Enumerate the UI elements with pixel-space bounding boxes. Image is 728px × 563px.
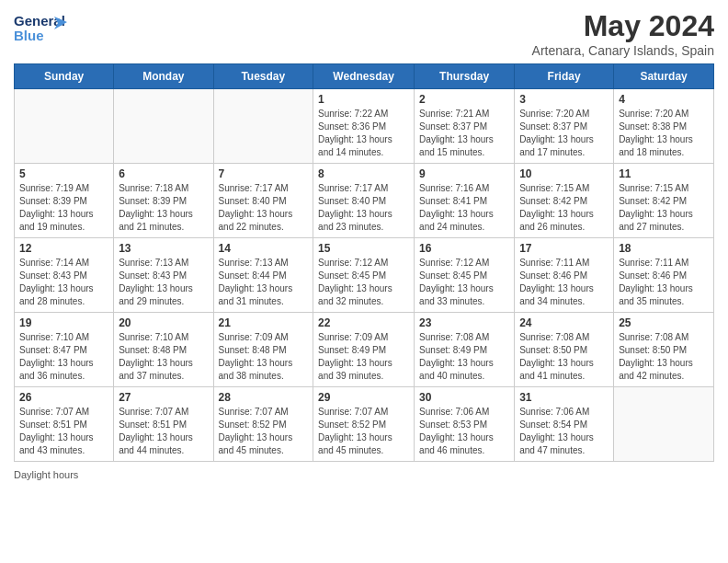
calendar-cell: 5Sunrise: 7:19 AM Sunset: 8:39 PM Daylig… [15, 164, 114, 238]
calendar-header-row: SundayMondayTuesdayWednesdayThursdayFrid… [15, 64, 714, 89]
calendar-day-header: Friday [515, 64, 614, 89]
day-info: Sunrise: 7:21 AM Sunset: 8:37 PM Dayligh… [419, 108, 509, 159]
day-info: Sunrise: 7:20 AM Sunset: 8:38 PM Dayligh… [619, 108, 709, 159]
day-number: 27 [119, 391, 208, 404]
day-number: 19 [19, 316, 108, 329]
day-info: Sunrise: 7:07 AM Sunset: 8:51 PM Dayligh… [119, 406, 208, 457]
day-number: 20 [119, 316, 208, 329]
calendar-table: SundayMondayTuesdayWednesdayThursdayFrid… [14, 63, 714, 462]
calendar-cell [114, 89, 213, 164]
day-number: 9 [419, 167, 509, 180]
day-number: 22 [318, 316, 409, 329]
month-year: May 2024 [532, 9, 714, 43]
calendar-cell: 9Sunrise: 7:16 AM Sunset: 8:41 PM Daylig… [415, 164, 515, 238]
day-number: 26 [19, 391, 108, 404]
day-info: Sunrise: 7:08 AM Sunset: 8:50 PM Dayligh… [619, 331, 709, 383]
day-info: Sunrise: 7:06 AM Sunset: 8:53 PM Dayligh… [419, 406, 509, 457]
calendar-cell [15, 89, 114, 164]
day-info: Sunrise: 7:20 AM Sunset: 8:37 PM Dayligh… [519, 108, 609, 159]
calendar-day-header: Sunday [15, 64, 114, 89]
calendar-cell [213, 89, 313, 164]
calendar-cell: 29Sunrise: 7:07 AM Sunset: 8:52 PM Dayli… [313, 387, 415, 462]
calendar-cell: 3Sunrise: 7:20 AM Sunset: 8:37 PM Daylig… [515, 89, 614, 164]
calendar-cell: 28Sunrise: 7:07 AM Sunset: 8:52 PM Dayli… [213, 387, 313, 462]
day-number: 23 [419, 316, 509, 329]
day-info: Sunrise: 7:14 AM Sunset: 8:43 PM Dayligh… [19, 257, 108, 308]
day-number: 16 [419, 242, 509, 255]
day-number: 1 [318, 93, 409, 106]
day-number: 10 [519, 167, 609, 180]
calendar-cell: 19Sunrise: 7:10 AM Sunset: 8:47 PM Dayli… [15, 313, 114, 387]
calendar-cell: 27Sunrise: 7:07 AM Sunset: 8:51 PM Dayli… [114, 387, 213, 462]
calendar-cell: 22Sunrise: 7:09 AM Sunset: 8:49 PM Dayli… [313, 313, 415, 387]
day-number: 30 [419, 391, 509, 404]
day-number: 29 [318, 391, 409, 404]
day-info: Sunrise: 7:06 AM Sunset: 8:54 PM Dayligh… [519, 406, 609, 457]
calendar-week-row: 5Sunrise: 7:19 AM Sunset: 8:39 PM Daylig… [15, 164, 714, 238]
day-info: Sunrise: 7:10 AM Sunset: 8:47 PM Dayligh… [19, 331, 108, 383]
calendar-cell: 24Sunrise: 7:08 AM Sunset: 8:50 PM Dayli… [515, 313, 614, 387]
calendar-cell: 16Sunrise: 7:12 AM Sunset: 8:45 PM Dayli… [415, 238, 515, 313]
calendar-cell: 30Sunrise: 7:06 AM Sunset: 8:53 PM Dayli… [415, 387, 515, 462]
calendar-cell: 11Sunrise: 7:15 AM Sunset: 8:42 PM Dayli… [614, 164, 714, 238]
day-number: 6 [119, 167, 208, 180]
day-info: Sunrise: 7:07 AM Sunset: 8:51 PM Dayligh… [19, 406, 108, 457]
day-info: Sunrise: 7:12 AM Sunset: 8:45 PM Dayligh… [419, 257, 509, 308]
calendar-cell: 23Sunrise: 7:08 AM Sunset: 8:49 PM Dayli… [415, 313, 515, 387]
day-number: 24 [519, 316, 609, 329]
day-number: 13 [119, 242, 208, 255]
day-number: 7 [219, 167, 309, 180]
title-block: May 2024 Artenara, Canary Islands, Spain [532, 9, 714, 58]
calendar-cell: 21Sunrise: 7:09 AM Sunset: 8:48 PM Dayli… [213, 313, 313, 387]
day-number: 5 [19, 167, 108, 180]
calendar-cell: 13Sunrise: 7:13 AM Sunset: 8:43 PM Dayli… [114, 238, 213, 313]
calendar-cell: 31Sunrise: 7:06 AM Sunset: 8:54 PM Dayli… [515, 387, 614, 462]
svg-text:Blue: Blue [14, 28, 44, 43]
daylight-label: Daylight hours [14, 469, 78, 480]
logo-svg: GeneralBlue [14, 9, 69, 46]
calendar-week-row: 1Sunrise: 7:22 AM Sunset: 8:36 PM Daylig… [15, 89, 714, 164]
calendar-cell: 10Sunrise: 7:15 AM Sunset: 8:42 PM Dayli… [515, 164, 614, 238]
day-info: Sunrise: 7:10 AM Sunset: 8:48 PM Dayligh… [119, 331, 208, 383]
calendar-cell: 17Sunrise: 7:11 AM Sunset: 8:46 PM Dayli… [515, 238, 614, 313]
day-info: Sunrise: 7:15 AM Sunset: 8:42 PM Dayligh… [619, 182, 709, 234]
day-info: Sunrise: 7:08 AM Sunset: 8:49 PM Dayligh… [419, 331, 509, 383]
day-info: Sunrise: 7:13 AM Sunset: 8:44 PM Dayligh… [219, 257, 309, 308]
calendar-cell: 18Sunrise: 7:11 AM Sunset: 8:46 PM Dayli… [614, 238, 714, 313]
calendar-cell: 7Sunrise: 7:17 AM Sunset: 8:40 PM Daylig… [213, 164, 313, 238]
day-info: Sunrise: 7:17 AM Sunset: 8:40 PM Dayligh… [219, 182, 309, 234]
calendar-day-header: Tuesday [213, 64, 313, 89]
calendar-day-header: Saturday [614, 64, 714, 89]
day-info: Sunrise: 7:16 AM Sunset: 8:41 PM Dayligh… [419, 182, 509, 234]
day-number: 21 [219, 316, 309, 329]
calendar-week-row: 19Sunrise: 7:10 AM Sunset: 8:47 PM Dayli… [15, 313, 714, 387]
day-number: 11 [619, 167, 709, 180]
day-info: Sunrise: 7:22 AM Sunset: 8:36 PM Dayligh… [318, 108, 409, 159]
day-info: Sunrise: 7:07 AM Sunset: 8:52 PM Dayligh… [318, 406, 409, 457]
day-number: 3 [519, 93, 609, 106]
day-number: 14 [219, 242, 309, 255]
day-info: Sunrise: 7:18 AM Sunset: 8:39 PM Dayligh… [119, 182, 208, 234]
logo: GeneralBlue [14, 9, 69, 46]
calendar-cell: 14Sunrise: 7:13 AM Sunset: 8:44 PM Dayli… [213, 238, 313, 313]
day-info: Sunrise: 7:15 AM Sunset: 8:42 PM Dayligh… [519, 182, 609, 234]
calendar-cell: 15Sunrise: 7:12 AM Sunset: 8:45 PM Dayli… [313, 238, 415, 313]
calendar-day-header: Thursday [415, 64, 515, 89]
location: Artenara, Canary Islands, Spain [532, 43, 714, 58]
day-info: Sunrise: 7:13 AM Sunset: 8:43 PM Dayligh… [119, 257, 208, 308]
day-info: Sunrise: 7:09 AM Sunset: 8:49 PM Dayligh… [318, 331, 409, 383]
calendar-week-row: 12Sunrise: 7:14 AM Sunset: 8:43 PM Dayli… [15, 238, 714, 313]
calendar-cell: 25Sunrise: 7:08 AM Sunset: 8:50 PM Dayli… [614, 313, 714, 387]
calendar-cell: 6Sunrise: 7:18 AM Sunset: 8:39 PM Daylig… [114, 164, 213, 238]
day-number: 8 [318, 167, 409, 180]
day-info: Sunrise: 7:17 AM Sunset: 8:40 PM Dayligh… [318, 182, 409, 234]
day-info: Sunrise: 7:12 AM Sunset: 8:45 PM Dayligh… [318, 257, 409, 308]
footer: Daylight hours [14, 469, 714, 480]
calendar-week-row: 26Sunrise: 7:07 AM Sunset: 8:51 PM Dayli… [15, 387, 714, 462]
day-number: 4 [619, 93, 709, 106]
calendar-cell: 26Sunrise: 7:07 AM Sunset: 8:51 PM Dayli… [15, 387, 114, 462]
day-info: Sunrise: 7:19 AM Sunset: 8:39 PM Dayligh… [19, 182, 108, 234]
calendar-cell: 20Sunrise: 7:10 AM Sunset: 8:48 PM Dayli… [114, 313, 213, 387]
day-number: 17 [519, 242, 609, 255]
page-header: GeneralBlue May 2024 Artenara, Canary Is… [14, 9, 714, 58]
